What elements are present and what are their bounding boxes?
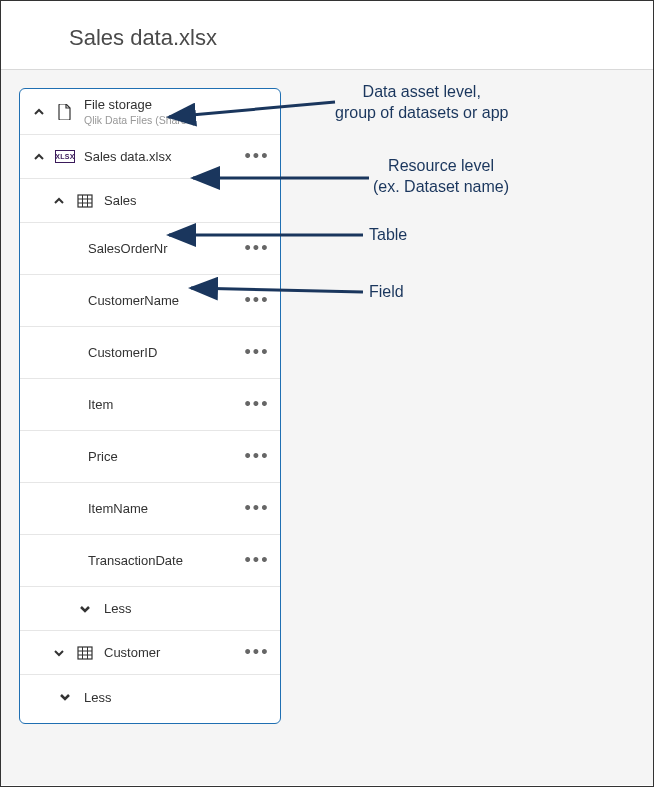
asset-subtitle: Qlik Data Files (Shared)	[84, 114, 196, 126]
more-icon[interactable]: •••	[242, 390, 272, 420]
file-icon	[56, 103, 74, 121]
less-toggle[interactable]: Less	[20, 675, 280, 719]
field-row[interactable]: CustomerID •••	[20, 327, 280, 379]
table-row-sales[interactable]: Sales	[20, 179, 280, 223]
xlsx-icon: XLSX	[56, 148, 74, 166]
table-name: Sales	[104, 193, 280, 208]
svg-rect-0	[78, 195, 92, 207]
content-area: File storage Qlik Data Files (Shared) XL…	[1, 70, 653, 785]
less-toggle[interactable]: Less	[20, 587, 280, 631]
more-icon[interactable]: •••	[242, 142, 272, 172]
resource-row[interactable]: XLSX Sales data.xlsx •••	[20, 135, 280, 179]
lineage-tree: File storage Qlik Data Files (Shared) XL…	[19, 88, 281, 724]
annotation-asset: Data asset level, group of datasets or a…	[335, 82, 508, 124]
table-icon	[76, 192, 94, 210]
more-icon[interactable]: •••	[242, 442, 272, 472]
less-label: Less	[84, 690, 280, 705]
field-row[interactable]: TransactionDate •••	[20, 535, 280, 587]
field-row[interactable]: Item •••	[20, 379, 280, 431]
field-row[interactable]: CustomerName •••	[20, 275, 280, 327]
annotation-field: Field	[369, 282, 404, 303]
annotation-table: Table	[369, 225, 407, 246]
more-icon[interactable]: •••	[242, 494, 272, 524]
more-icon[interactable]: •••	[242, 234, 272, 264]
page-title: Sales data.xlsx	[1, 1, 653, 69]
more-icon[interactable]: •••	[242, 338, 272, 368]
table-row-customer[interactable]: Customer •••	[20, 631, 280, 675]
less-label: Less	[104, 601, 280, 616]
chevron-up-icon[interactable]	[50, 192, 68, 210]
table-icon	[76, 644, 94, 662]
more-icon[interactable]: •••	[242, 638, 272, 668]
asset-row[interactable]: File storage Qlik Data Files (Shared)	[20, 89, 280, 135]
asset-name: File storage	[84, 97, 196, 112]
svg-rect-5	[78, 647, 92, 659]
chevron-down-icon[interactable]	[56, 688, 74, 706]
chevron-up-icon[interactable]	[30, 148, 48, 166]
field-row[interactable]: ItemName •••	[20, 483, 280, 535]
asset-text: File storage Qlik Data Files (Shared)	[84, 89, 196, 134]
chevron-down-icon[interactable]	[76, 600, 94, 618]
field-row[interactable]: SalesOrderNr •••	[20, 223, 280, 275]
more-icon[interactable]: •••	[242, 546, 272, 576]
chevron-up-icon[interactable]	[30, 103, 48, 121]
chevron-down-icon[interactable]	[50, 644, 68, 662]
more-icon[interactable]: •••	[242, 286, 272, 316]
field-row[interactable]: Price •••	[20, 431, 280, 483]
annotation-resource: Resource level (ex. Dataset name)	[373, 156, 509, 198]
